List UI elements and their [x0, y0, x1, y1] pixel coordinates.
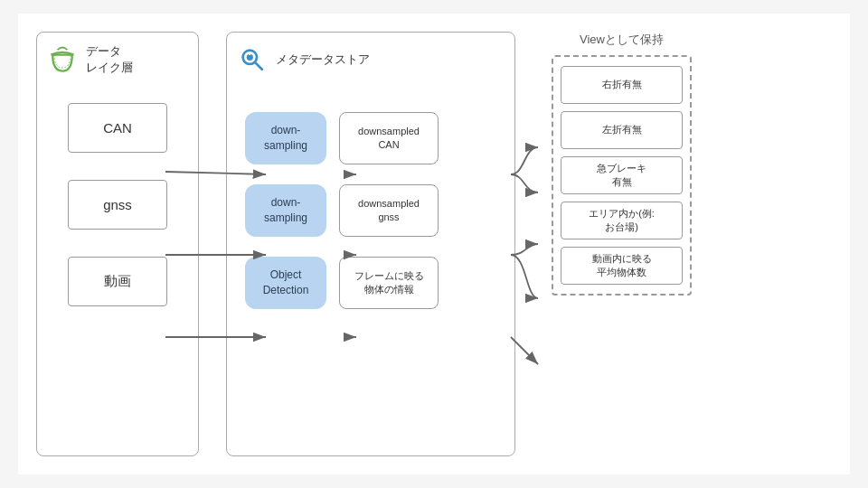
panel-middle: メタデータストア down-sampling downsampledCAN do…	[226, 32, 515, 456]
result-box-gnss: downsampledgnss	[339, 184, 439, 237]
panel-left: データ レイク層 CAN gnss 動画	[36, 32, 199, 456]
proc-box-downsampling-gnss: down-sampling	[245, 184, 326, 237]
processing-rows: down-sampling downsampledCAN down-sampli…	[236, 112, 505, 309]
view-box-left-turn: 左折有無	[561, 111, 683, 149]
diagram-container: データ レイク層 CAN gnss 動画	[18, 14, 850, 474]
panel-right: Viewとして保持 右折有無 左折有無 急ブレーキ有無 エリア内か(例:お台場)…	[552, 32, 692, 456]
bucket-icon	[46, 43, 79, 76]
svg-line-4	[256, 63, 262, 70]
input-boxes: CAN gnss 動画	[46, 103, 189, 306]
view-box-brake: 急ブレーキ有無	[561, 156, 683, 194]
view-box-avg-objects: 動画内に映る平均物体数	[561, 247, 683, 285]
result-box-video: フレームに映る物体の情報	[339, 257, 439, 309]
proc-row-video: ObjectDetection フレームに映る物体の情報	[245, 257, 496, 309]
input-box-can: CAN	[68, 103, 167, 153]
view-box-right-turn: 右折有無	[561, 66, 683, 104]
left-panel-header: データ レイク層	[46, 43, 133, 76]
proc-row-can: down-sampling downsampledCAN	[245, 112, 496, 164]
views-container: 右折有無 左折有無 急ブレーキ有無 エリア内か(例:お台場) 動画内に映る平均物…	[552, 55, 692, 296]
meta-store-icon	[236, 43, 269, 76]
input-box-gnss: gnss	[68, 180, 167, 230]
view-box-area: エリア内か(例:お台場)	[561, 202, 683, 239]
proc-row-gnss: down-sampling downsampledgnss	[245, 184, 496, 237]
input-box-video: 動画	[68, 257, 167, 306]
left-panel-title: データ レイク層	[86, 43, 133, 76]
right-panel-title: Viewとして保持	[552, 32, 692, 48]
middle-panel-title: メタデータストア	[276, 52, 370, 68]
svg-point-3	[249, 52, 251, 55]
proc-box-object-detection: ObjectDetection	[245, 257, 326, 309]
result-box-can: downsampledCAN	[339, 112, 439, 164]
proc-box-downsampling-can: down-sampling	[245, 112, 326, 164]
middle-panel-header: メタデータストア	[236, 43, 370, 76]
